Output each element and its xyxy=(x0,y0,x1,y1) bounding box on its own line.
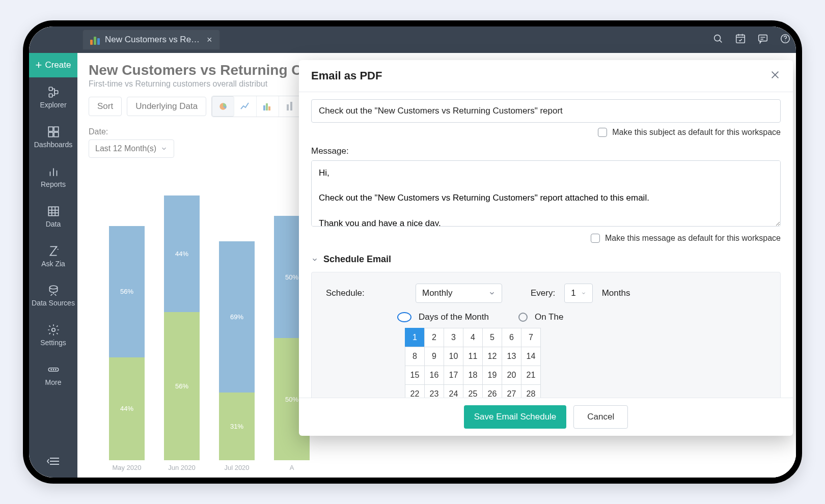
day-cell[interactable]: 18 xyxy=(463,366,483,385)
collapse-sidebar-icon[interactable] xyxy=(47,449,60,478)
svg-point-23 xyxy=(49,286,57,289)
sidebar-item-settings[interactable]: Settings xyxy=(29,315,77,355)
svg-point-0 xyxy=(714,35,721,41)
days-of-month-label: Days of the Month xyxy=(419,312,489,322)
day-cell[interactable]: 10 xyxy=(444,347,463,366)
sidebar-item-datasources[interactable]: Data Sources xyxy=(29,276,77,315)
svg-rect-11 xyxy=(48,132,53,137)
day-cell[interactable]: 19 xyxy=(482,366,502,385)
day-cell[interactable]: 21 xyxy=(521,366,541,385)
every-value-select[interactable]: 1 xyxy=(564,284,592,303)
svg-rect-10 xyxy=(54,127,59,131)
svg-point-27 xyxy=(52,369,54,371)
day-cell[interactable]: 1 xyxy=(405,328,425,347)
day-cell[interactable]: 20 xyxy=(502,366,521,385)
create-button[interactable]: + Create xyxy=(29,53,77,77)
message-default-label: Make this message as default for this wo… xyxy=(605,234,781,243)
svg-rect-3 xyxy=(759,35,767,41)
svg-point-5 xyxy=(785,41,785,41)
bar-chart-icon xyxy=(90,35,101,45)
message-label: Message: xyxy=(311,146,781,156)
schedule-label: Schedule: xyxy=(326,288,372,298)
subject-default-label: Make this subject as default for this wo… xyxy=(612,128,781,137)
day-cell[interactable]: 15 xyxy=(405,366,425,385)
calendar-check-icon[interactable] xyxy=(735,33,746,46)
schedule-panel: Schedule: Monthly Every: 1 xyxy=(311,272,781,398)
days-of-month-radio[interactable] xyxy=(397,312,411,322)
day-cell[interactable]: 4 xyxy=(463,328,483,347)
subject-input[interactable] xyxy=(311,99,781,123)
sidebar-item-data[interactable]: Data xyxy=(29,197,77,236)
svg-rect-9 xyxy=(48,127,53,131)
sidebar-item-askzia[interactable]: Ask Zia xyxy=(29,236,77,276)
create-label: Create xyxy=(45,60,71,70)
help-icon[interactable] xyxy=(780,33,791,46)
email-as-pdf-modal: Email as PDF Make this subject as defaul… xyxy=(299,60,793,436)
day-cell[interactable]: 16 xyxy=(424,366,444,385)
svg-rect-6 xyxy=(49,87,52,91)
svg-point-28 xyxy=(54,369,56,371)
on-the-radio[interactable] xyxy=(518,313,528,322)
day-cell[interactable]: 9 xyxy=(424,347,444,366)
close-icon[interactable] xyxy=(769,69,781,82)
message-textarea[interactable] xyxy=(311,160,781,227)
day-cell[interactable]: 28 xyxy=(521,384,541,398)
day-cell[interactable]: 13 xyxy=(502,347,521,366)
svg-rect-12 xyxy=(54,132,59,137)
day-cell[interactable]: 12 xyxy=(482,347,502,366)
day-cell[interactable]: 8 xyxy=(405,347,425,366)
app-topbar: New Customers vs Re… × xyxy=(29,26,796,53)
save-email-schedule-button[interactable]: Save Email Schedule xyxy=(464,405,567,429)
day-cell[interactable]: 7 xyxy=(521,328,541,347)
day-cell[interactable]: 23 xyxy=(424,384,444,398)
svg-rect-2 xyxy=(736,35,745,43)
sidebar-item-dashboards[interactable]: Dashboards xyxy=(29,117,77,157)
day-cell[interactable]: 25 xyxy=(463,384,483,398)
day-cell[interactable]: 3 xyxy=(444,328,463,347)
day-cell[interactable]: 22 xyxy=(405,384,425,398)
on-the-label: On The xyxy=(535,312,563,322)
svg-point-24 xyxy=(51,328,55,332)
close-icon[interactable]: × xyxy=(207,35,212,45)
subject-default-checkbox[interactable] xyxy=(598,128,607,137)
day-cell[interactable]: 27 xyxy=(502,384,521,398)
schedule-frequency-select[interactable]: Monthly xyxy=(416,284,502,303)
day-cell[interactable]: 14 xyxy=(521,347,541,366)
svg-point-26 xyxy=(50,369,52,371)
modal-title: Email as PDF xyxy=(311,69,382,82)
svg-point-22 xyxy=(57,249,58,250)
svg-rect-7 xyxy=(49,94,52,97)
day-cell[interactable]: 2 xyxy=(424,328,444,347)
day-cell[interactable]: 24 xyxy=(444,384,463,398)
svg-point-21 xyxy=(56,246,57,248)
left-sidebar: + Create Explorer Dashboards Reports xyxy=(29,53,77,478)
every-label: Every: xyxy=(531,288,555,298)
message-default-checkbox[interactable] xyxy=(591,234,600,243)
workspace-tab[interactable]: New Customers vs Re… × xyxy=(82,30,220,50)
day-cell[interactable]: 6 xyxy=(502,328,521,347)
day-of-month-grid: 1234567891011121314151617181920212223242… xyxy=(405,328,766,398)
day-cell[interactable]: 26 xyxy=(482,384,502,398)
cancel-button[interactable]: Cancel xyxy=(573,405,628,429)
schedule-email-toggle[interactable]: Schedule Email xyxy=(311,254,781,265)
sidebar-item-reports[interactable]: Reports xyxy=(29,157,77,197)
sidebar-item-explorer[interactable]: Explorer xyxy=(29,77,77,117)
search-icon[interactable] xyxy=(712,33,724,46)
svg-line-1 xyxy=(720,40,722,42)
tab-title: New Customers vs Re… xyxy=(105,35,200,45)
sidebar-item-more[interactable]: More xyxy=(29,355,77,395)
day-cell[interactable]: 5 xyxy=(482,328,502,347)
svg-rect-8 xyxy=(54,91,58,94)
every-unit-label: Months xyxy=(602,288,630,298)
svg-rect-16 xyxy=(48,207,59,215)
comment-icon[interactable] xyxy=(757,33,768,46)
day-cell[interactable]: 17 xyxy=(444,366,463,385)
plus-icon: + xyxy=(36,59,42,72)
day-cell[interactable]: 11 xyxy=(463,347,483,366)
